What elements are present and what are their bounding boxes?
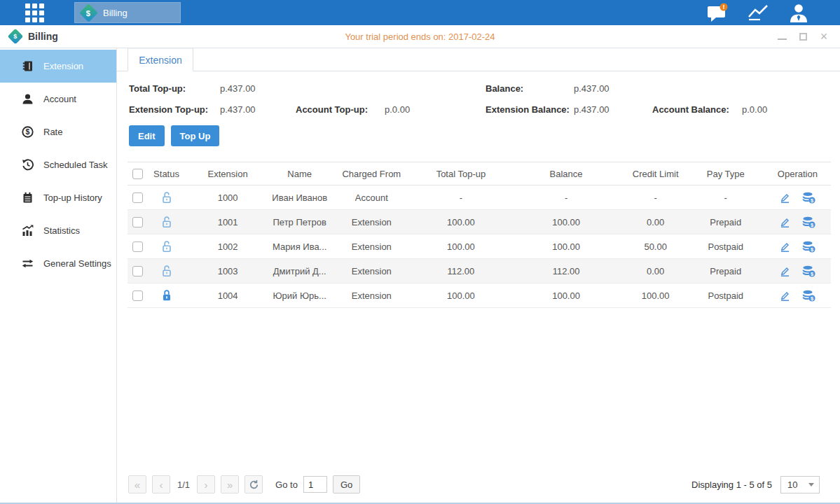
edit-icon[interactable] (779, 290, 791, 302)
sidebar-item-label: Account (43, 94, 76, 104)
apps-grid-icon[interactable] (25, 4, 44, 22)
history-clock-icon (21, 159, 34, 171)
sidebar-item-label: Top-up History (43, 192, 102, 203)
cell-pay_type: Postpaid (687, 284, 764, 308)
cell-pay_type: Prepaid (687, 210, 764, 234)
topup-icon[interactable]: $ (802, 265, 815, 277)
edit-icon[interactable] (779, 192, 791, 204)
first-page-button[interactable]: « (128, 475, 146, 493)
app-window: $ Billing ! (0, 0, 840, 504)
row-checkbox[interactable] (132, 192, 143, 203)
cell-extension: 1003 (186, 259, 270, 284)
sidebar-item-topup-history[interactable]: Top-up History (0, 181, 116, 214)
goto-label: Go to (275, 479, 298, 490)
cell-balance: - (508, 186, 624, 210)
row-checkbox[interactable] (132, 266, 143, 276)
total-top-up-label: Total Top-up: (129, 83, 220, 94)
window-titlebar: $ Billing Your trial period ends on: 201… (0, 25, 840, 48)
cell-extension: 1004 (186, 284, 270, 308)
cell-total_top_up: 100.00 (413, 234, 508, 259)
refresh-icon (249, 479, 259, 490)
taskbar: $ Billing ! (0, 0, 840, 25)
resource-monitor-icon[interactable] (746, 4, 771, 22)
select-all-checkbox[interactable] (132, 169, 143, 179)
top-up-button[interactable]: Top Up (171, 125, 220, 146)
edit-button[interactable]: Edit (129, 125, 165, 146)
total-top-up-value: p.437.00 (220, 83, 296, 94)
refresh-button[interactable] (245, 475, 263, 493)
edit-icon[interactable] (779, 241, 791, 253)
window-controls: × (777, 31, 829, 41)
go-button[interactable]: Go (333, 475, 360, 493)
cell-balance: 100.00 (508, 210, 624, 234)
cell-credit_limit: 0.00 (624, 210, 687, 234)
account-top-up-value: p.0.00 (385, 104, 486, 115)
column-header-status: Status (147, 162, 186, 186)
table-body: 1000Иван ИвановAccount----$1001Петр Петр… (128, 186, 831, 308)
minimize-icon[interactable] (777, 31, 787, 41)
unlocked-icon (160, 191, 173, 204)
column-header-pay_type: Pay Type (687, 162, 764, 186)
cell-credit_limit: - (624, 186, 687, 210)
edit-icon[interactable] (779, 216, 791, 228)
goto-page-input[interactable] (303, 476, 327, 493)
cell-charged_from: Extension (329, 284, 413, 308)
cell-name: Иван Иванов (270, 186, 329, 210)
locked-icon (160, 289, 173, 302)
row-checkbox[interactable] (132, 217, 143, 227)
sliders-icon (21, 258, 34, 270)
sidebar-item-general-settings[interactable]: General Settings (0, 247, 116, 280)
topup-icon[interactable]: $ (802, 241, 815, 253)
maximize-icon[interactable] (798, 31, 808, 41)
last-page-button[interactable]: » (221, 475, 239, 493)
tab-strip: Extension (117, 48, 840, 71)
chevron-down-icon (808, 483, 814, 486)
page-size-select[interactable]: 10 (780, 476, 820, 493)
column-header-extension: Extension (186, 162, 270, 186)
extension-balance-value: p.437.00 (574, 104, 652, 115)
close-icon[interactable]: × (819, 31, 829, 41)
edit-icon[interactable] (779, 265, 791, 277)
sidebar-item-scheduled-task[interactable]: Scheduled Task (0, 148, 116, 181)
topup-icon[interactable]: $ (802, 192, 815, 204)
sidebar-item-extension[interactable]: Extension (0, 50, 116, 83)
sidebar-item-account[interactable]: Account (0, 83, 116, 115)
page-indicator: 1/1 (177, 479, 190, 490)
notebook-icon (21, 192, 34, 204)
column-header-total_top_up: Total Top-up (413, 162, 508, 186)
cell-charged_from: Account (329, 186, 413, 210)
cell-balance: 100.00 (508, 284, 624, 308)
unlocked-icon (160, 216, 173, 228)
topup-icon[interactable]: $ (802, 290, 815, 302)
sidebar-item-label: Statistics (43, 225, 80, 236)
cell-name: Петр Петров (270, 210, 329, 234)
cell-balance: 112.00 (508, 259, 624, 284)
sidebar-item-label: Rate (43, 127, 62, 137)
user-account-icon[interactable] (788, 3, 809, 22)
extension-top-up-label: Extension Top-up: (129, 104, 220, 115)
column-header-name: Name (270, 162, 329, 186)
cell-pay_type: Postpaid (687, 234, 764, 259)
sidebar-item-statistics[interactable]: Statistics (0, 214, 116, 247)
sidebar-item-rate[interactable]: $ Rate (0, 115, 116, 148)
cell-credit_limit: 0.00 (624, 259, 687, 284)
cell-credit_limit: 100.00 (624, 284, 687, 308)
cell-extension: 1001 (186, 210, 270, 234)
topup-icon[interactable]: $ (802, 216, 815, 228)
cell-total_top_up: 100.00 (413, 284, 508, 308)
taskbar-tab-label: Billing (103, 8, 128, 18)
tab-extension[interactable]: Extension (128, 48, 193, 71)
row-checkbox[interactable] (132, 241, 143, 252)
cell-charged_from: Extension (329, 210, 413, 234)
row-checkbox[interactable] (132, 290, 143, 301)
displaying-text: Displaying 1 - 5 of 5 (691, 479, 772, 490)
cell-credit_limit: 50.00 (624, 234, 687, 259)
billing-diamond-icon: $ (79, 4, 98, 22)
messages-icon[interactable]: ! (705, 3, 729, 22)
table-row: 1002Мария Ива...Extension100.00100.0050.… (128, 234, 831, 259)
next-page-button[interactable]: › (197, 475, 215, 493)
prev-page-button[interactable]: ‹ (152, 475, 170, 493)
person-icon (21, 93, 34, 105)
cell-charged_from: Extension (329, 234, 413, 259)
taskbar-tab-billing[interactable]: $ Billing (74, 2, 181, 23)
